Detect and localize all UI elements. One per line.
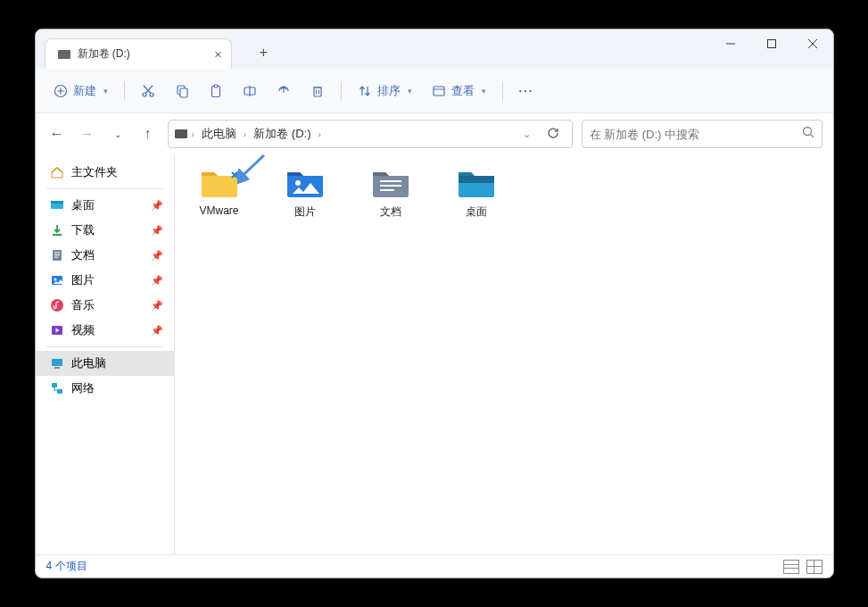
file-explorer-window: 新加卷 (D:) × + 新建 ▾ 排序 ▾ 查看 <box>35 29 834 578</box>
item-label: 图片 <box>294 204 316 220</box>
title-bar: 新加卷 (D:) × + <box>36 29 833 69</box>
sidebar-item-label: 桌面 <box>71 197 95 213</box>
close-tab-icon[interactable]: × <box>214 47 221 62</box>
svg-rect-36 <box>52 359 62 366</box>
sort-button[interactable]: 排序 ▾ <box>351 76 419 106</box>
trash-icon <box>310 84 325 98</box>
separator <box>502 81 503 101</box>
more-button[interactable]: ··· <box>512 76 541 106</box>
sidebar-item-music[interactable]: 音乐 📌 <box>36 293 174 318</box>
share-icon <box>277 84 291 98</box>
pin-icon: 📌 <box>151 275 163 287</box>
plus-circle-icon <box>54 84 68 98</box>
sidebar-item-label: 音乐 <box>71 297 95 313</box>
chevron-right-icon: › <box>244 129 246 139</box>
sidebar-item-label: 文档 <box>71 247 95 263</box>
separator <box>124 81 125 101</box>
sidebar-item-downloads[interactable]: 下载 📌 <box>36 218 174 243</box>
up-button[interactable]: ↑ <box>137 123 159 145</box>
desktop-folder-icon <box>457 167 496 199</box>
video-icon <box>50 323 64 337</box>
chevron-down-icon: ▾ <box>482 87 486 96</box>
network-icon <box>50 381 64 395</box>
view-mode-buttons <box>783 560 823 574</box>
sidebar: 主文件夹 桌面 📌 下载 📌 文档 📌 图片 📌 <box>36 154 175 554</box>
breadcrumb-segment[interactable]: 新加卷 (D:) <box>250 124 314 144</box>
clipboard-icon <box>209 84 223 98</box>
body: 主文件夹 桌面 📌 下载 📌 文档 📌 图片 📌 <box>36 154 833 554</box>
folder-item[interactable]: 图片 <box>277 167 334 220</box>
sidebar-item-documents[interactable]: 文档 📌 <box>36 243 174 268</box>
sidebar-divider <box>46 346 163 347</box>
new-button-label: 新建 <box>73 83 96 99</box>
copy-button[interactable] <box>168 76 196 106</box>
svg-rect-37 <box>54 367 60 369</box>
delete-button[interactable] <box>303 76 332 106</box>
svg-rect-23 <box>175 129 187 138</box>
desktop-icon <box>50 198 64 212</box>
view-button-label: 查看 <box>451 83 475 99</box>
svg-rect-45 <box>459 176 494 183</box>
search-icon[interactable] <box>802 126 814 142</box>
folder-item[interactable]: VMware <box>191 167 248 220</box>
sidebar-item-thispc[interactable]: 此电脑 <box>36 351 174 376</box>
close-window-button[interactable] <box>792 29 833 58</box>
sidebar-item-desktop[interactable]: 桌面 📌 <box>36 193 174 218</box>
new-tab-button[interactable]: + <box>250 38 278 67</box>
sidebar-item-home[interactable]: 主文件夹 <box>36 160 174 185</box>
folder-item[interactable]: 桌面 <box>448 167 505 220</box>
icons-view-button[interactable] <box>806 560 823 574</box>
address-bar[interactable]: › 此电脑 › 新加卷 (D:) › ⌄ <box>168 120 573 148</box>
sidebar-item-pictures[interactable]: 图片 📌 <box>36 268 174 293</box>
svg-rect-12 <box>180 88 187 97</box>
sidebar-item-label: 此电脑 <box>71 355 106 371</box>
forward-button[interactable]: → <box>77 123 98 145</box>
view-icon <box>432 84 446 98</box>
toolbar: 新建 ▾ 排序 ▾ 查看 ▾ ··· <box>36 69 833 113</box>
rename-button[interactable] <box>236 76 264 106</box>
copy-icon <box>175 84 189 98</box>
pictures-icon <box>50 273 64 287</box>
svg-rect-27 <box>51 201 63 204</box>
address-row: ← → ⌄ ↑ › 此电脑 › 新加卷 (D:) › ⌄ <box>36 113 833 154</box>
drive-icon <box>174 127 188 141</box>
item-label: 文档 <box>380 204 401 220</box>
pin-icon: 📌 <box>151 325 163 337</box>
address-dropdown[interactable]: ⌄ <box>517 129 536 140</box>
history-dropdown[interactable]: ⌄ <box>107 123 128 145</box>
folder-item[interactable]: 文档 <box>362 167 419 220</box>
details-view-button[interactable] <box>783 560 799 574</box>
new-button[interactable]: 新建 ▾ <box>46 76 115 106</box>
items-grid: VMware 图片 文档 <box>191 167 817 220</box>
paste-button[interactable] <box>202 76 230 106</box>
pin-icon: 📌 <box>151 225 163 237</box>
breadcrumb-segment[interactable]: 此电脑 <box>198 124 240 144</box>
svg-point-33 <box>54 279 56 281</box>
sidebar-item-label: 主文件夹 <box>71 164 118 180</box>
sidebar-item-network[interactable]: 网络 <box>36 376 174 401</box>
pictures-folder-icon <box>285 167 325 199</box>
music-icon <box>50 298 64 312</box>
view-button[interactable]: 查看 ▾ <box>425 76 493 106</box>
svg-rect-1 <box>767 40 775 48</box>
search-box[interactable] <box>582 120 823 148</box>
pin-icon: 📌 <box>151 300 163 312</box>
content-area[interactable]: VMware 图片 文档 <box>175 154 833 554</box>
document-icon <box>50 248 64 262</box>
separator <box>341 81 342 101</box>
pin-icon: 📌 <box>151 250 163 262</box>
svg-point-41 <box>295 180 301 186</box>
cut-button[interactable] <box>134 76 162 106</box>
sort-icon <box>358 84 372 98</box>
svg-point-34 <box>51 299 63 312</box>
sidebar-item-videos[interactable]: 视频 📌 <box>36 318 174 343</box>
search-input[interactable] <box>590 128 802 141</box>
item-label: VMware <box>199 204 238 217</box>
tab-current[interactable]: 新加卷 (D:) × <box>45 38 232 69</box>
share-button[interactable] <box>269 76 298 106</box>
back-button[interactable]: ← <box>46 123 68 145</box>
minimize-button[interactable] <box>710 29 751 58</box>
refresh-button[interactable] <box>540 127 566 142</box>
window-controls <box>710 29 833 58</box>
maximize-button[interactable] <box>751 29 792 58</box>
